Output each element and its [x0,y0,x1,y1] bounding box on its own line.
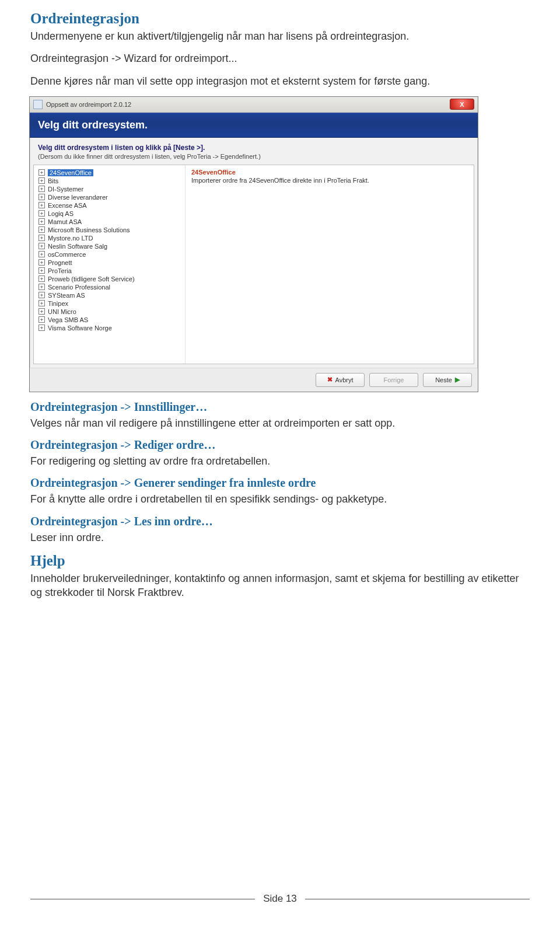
expand-icon[interactable]: + [38,316,45,323]
wizard-window: Oppsett av ordreimport 2.0.12 X Velg dit… [29,96,478,392]
tree-item-label: Logiq AS [48,210,74,217]
selected-system-description: Importerer ordre fra 24SevenOffice direk… [191,177,468,184]
tree-item-label: Bits [48,177,58,184]
tree-item-label: Vega SMB AS [48,316,88,323]
expand-icon[interactable]: + [38,194,45,200]
expand-icon[interactable]: + [38,177,45,184]
expand-icon[interactable]: + [38,259,45,266]
tree-item[interactable]: +Vega SMB AS [38,316,180,324]
heading-rediger-ordre: Ordreintegrasjon -> Rediger ordre… [30,438,530,452]
heading-hjelp: Hjelp [30,553,530,569]
expand-icon[interactable]: + [38,235,45,241]
tree-item-label: Prognett [48,259,72,266]
system-details-pane: 24SevenOffice Importerer ordre fra 24Sev… [186,165,474,364]
tree-item[interactable]: +Visma Software Norge [38,324,180,332]
footer-rule-right [305,899,530,899]
system-tree[interactable]: +24SevenOffice+Bits+DI-Systemer+Diverse … [34,165,186,364]
heading-ordreintegrasjon: Ordreintegrasjon [30,11,530,27]
tree-item-label: Proweb (tidligere Soft Service) [48,275,135,282]
paragraph: Undermenyene er kun aktivert/tilgjengeli… [30,29,530,43]
expand-icon[interactable]: + [38,275,45,282]
tree-item[interactable]: +UNI Micro [38,308,180,316]
next-button-label: Neste [435,376,452,383]
tree-item[interactable]: +Proweb (tidligere Soft Service) [38,275,180,283]
close-icon[interactable]: X [450,99,474,110]
expand-icon[interactable]: + [38,186,45,192]
expand-icon[interactable]: + [38,267,45,274]
tree-item-label: osCommerce [48,251,86,258]
tree-item-label: Diverse leverandører [48,194,108,201]
expand-icon[interactable]: + [38,218,45,225]
tree-item-label: 24SevenOffice [48,169,93,176]
tree-item-label: Mamut ASA [48,218,82,225]
app-icon [33,100,43,109]
tree-item[interactable]: +Scenario Professional [38,283,180,291]
page-number: Side 13 [263,893,297,905]
tree-item-label: Visma Software Norge [48,325,112,332]
tree-item[interactable]: +Prognett [38,259,180,267]
selected-system-name: 24SevenOffice [191,169,468,176]
wizard-note: (Dersom du ikke finner ditt ordresystem … [30,152,478,165]
tree-item[interactable]: +Excense ASA [38,201,180,210]
back-button-label: Forrige [384,376,404,383]
expand-icon[interactable]: + [38,202,45,208]
expand-icon[interactable]: + [38,292,45,298]
wizard-footer: ✖ Avbryt Forrige Neste ▶ [30,368,478,392]
tree-item-label: DI-Systemer [48,186,83,193]
paragraph: For redigering og sletting av ordre fra … [30,454,530,468]
expand-icon[interactable]: + [38,243,45,249]
wizard-subheading: Velg ditt ordresystem i listen og klikk … [30,138,478,152]
tree-item-label: Scenario Professional [48,284,110,291]
tree-item-label: SYSteam AS [48,292,85,299]
expand-icon[interactable]: + [38,308,45,315]
paragraph: Velges når man vil redigere på innstilli… [30,416,530,430]
tree-item[interactable]: +24SevenOffice [38,169,180,177]
tree-item[interactable]: +SYSteam AS [38,291,180,299]
tree-item[interactable]: +Microsoft Business Solutions [38,226,180,234]
expand-icon[interactable]: + [38,325,45,331]
expand-icon[interactable]: + [38,210,45,217]
window-title: Oppsett av ordreimport 2.0.12 [46,101,131,108]
cancel-button-label: Avbryt [335,376,354,383]
tree-item[interactable]: +osCommerce [38,250,180,259]
tree-item[interactable]: +ProTeria [38,267,180,275]
tree-item[interactable]: +Diverse leverandører [38,193,180,201]
tree-item[interactable]: +Mystore.no LTD [38,234,180,242]
heading-innstillinger: Ordreintegrasjon -> Innstillinger… [30,400,530,414]
paragraph: Inneholder brukerveiledninger, kontaktin… [30,571,530,600]
tree-item[interactable]: +Tinipex [38,299,180,308]
tree-item-label: Excense ASA [48,202,87,209]
paragraph: For å knytte alle ordre i ordretabellen … [30,492,530,506]
cancel-button[interactable]: ✖ Avbryt [316,373,365,387]
expand-icon[interactable]: + [38,226,45,233]
tree-item[interactable]: +Mamut ASA [38,218,180,226]
expand-icon[interactable]: + [38,300,45,306]
back-button[interactable]: Forrige [369,373,418,387]
expand-icon[interactable]: + [38,284,45,290]
tree-item-label: Tinipex [48,300,68,307]
heading-generer-sendinger: Ordreintegrasjon -> Generer sendinger fr… [30,476,530,490]
tree-item-label: Microsoft Business Solutions [48,226,130,233]
expand-icon[interactable]: + [38,251,45,257]
cancel-icon: ✖ [327,376,332,383]
tree-item[interactable]: +DI-Systemer [38,185,180,193]
footer-rule-left [30,899,255,899]
tree-item[interactable]: +Neslin Software Salg [38,242,180,250]
wizard-titlebar[interactable]: Oppsett av ordreimport 2.0.12 X [30,97,478,113]
wizard-banner: Velg ditt ordresystem. [30,113,478,138]
heading-les-inn-ordre: Ordreintegrasjon -> Les inn ordre… [30,515,530,528]
page-footer: Side 13 [30,893,530,905]
tree-item-label: UNI Micro [48,308,76,315]
next-button[interactable]: Neste ▶ [423,373,472,387]
paragraph: Leser inn ordre. [30,531,530,545]
tree-item-label: Mystore.no LTD [48,235,93,242]
tree-item[interactable]: +Bits [38,177,180,185]
tree-item[interactable]: +Logiq AS [38,210,180,218]
tree-item-label: ProTeria [48,267,72,274]
expand-icon[interactable]: + [38,169,45,176]
next-arrow-icon: ▶ [455,376,460,383]
tree-item-label: Neslin Software Salg [48,243,107,250]
paragraph: Ordreintegrasjon -> Wizard for ordreimpo… [30,51,530,65]
paragraph: Denne kjøres når man vil sette opp integ… [30,74,530,88]
